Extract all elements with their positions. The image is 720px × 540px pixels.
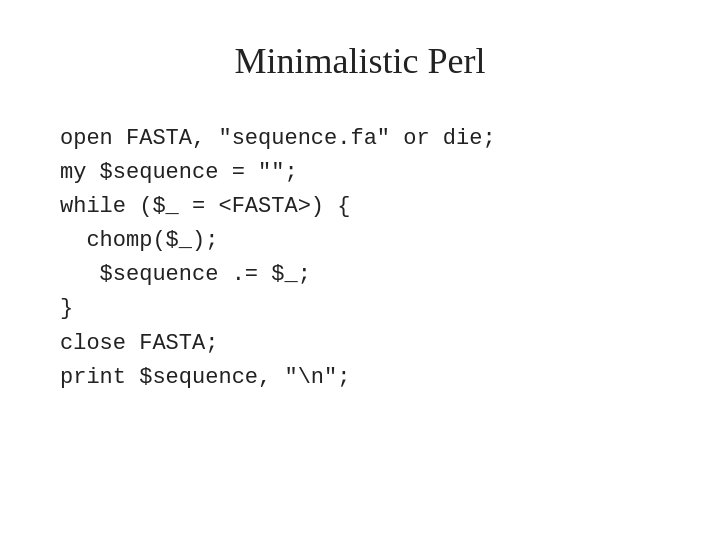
code-block: open FASTA, "sequence.fa" or die; my $se… bbox=[60, 122, 660, 395]
slide-title: Minimalistic Perl bbox=[60, 40, 660, 82]
